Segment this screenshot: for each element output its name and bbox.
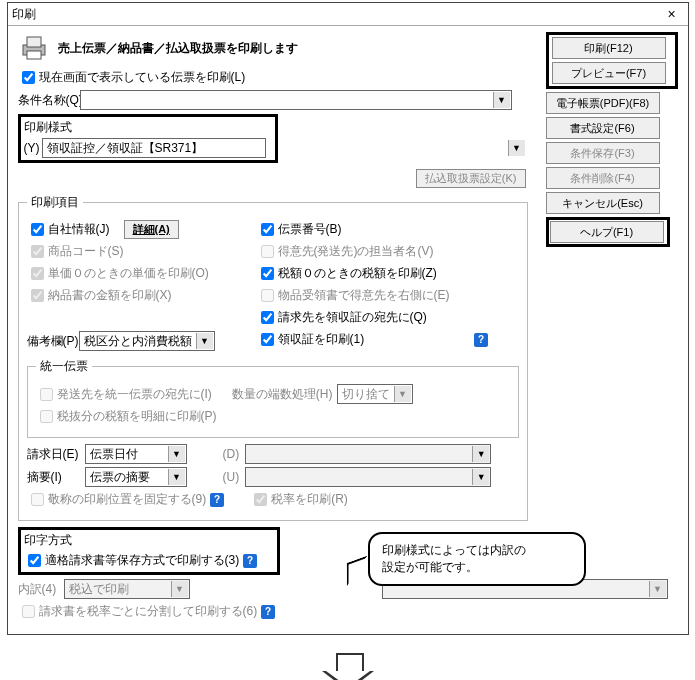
bill-date-label: 請求日(E) xyxy=(27,446,85,463)
d-label: (D) xyxy=(223,447,240,461)
u-label: (U) xyxy=(223,470,240,484)
epdf-button[interactable]: 電子帳票(PDF)(F8) xyxy=(546,92,660,114)
print-items-group: 印刷項目 自社情報(J) 詳細(A) 商品コード(S) xyxy=(18,194,528,521)
annotation-line2: 設定が可能です。 xyxy=(382,559,572,576)
chevron-down-icon: ▼ xyxy=(171,581,188,597)
touitsu-legend: 統一伝票 xyxy=(36,358,92,375)
print-button[interactable]: 印刷(F12) xyxy=(552,37,666,59)
uchiwake-combo: 税込で印刷 ▼ xyxy=(64,579,190,599)
tax0-checkbox[interactable] xyxy=(261,267,274,280)
chevron-down-icon: ▼ xyxy=(394,386,411,402)
chevron-down-icon: ▼ xyxy=(472,469,489,485)
tekikaku-label: 適格請求書等保存方式で印刷する(3) xyxy=(45,552,240,569)
del-cond-button: 条件削除(F4) xyxy=(546,167,660,189)
keisho-fix-label: 敬称の印刷位置を固定する(9) xyxy=(48,491,207,508)
tekikaku-checkbox[interactable] xyxy=(28,554,41,567)
slip-no-checkbox[interactable] xyxy=(261,223,274,236)
memo-combo[interactable]: 税区分と内消費税額 ▼ xyxy=(79,331,215,351)
qty-round-combo: 切り捨て ▼ xyxy=(337,384,413,404)
tekiyo-combo[interactable]: 伝票の摘要 ▼ xyxy=(85,467,187,487)
print-receipt-label: 領収証を印刷(1) xyxy=(278,331,365,348)
memo-value: 税区分と内消費税額 xyxy=(84,333,192,350)
tax-rate-print-checkbox xyxy=(254,493,267,506)
inji-legend: 印字方式 xyxy=(24,532,274,549)
save-cond-button: 条件保存(F3) xyxy=(546,142,660,164)
down-arrow-icon xyxy=(318,653,378,680)
print-receipt-checkbox[interactable] xyxy=(261,333,274,346)
touitsu-group: 統一伝票 発送先を統一伝票の宛先に(I) 数量の端数処理(H) 切り捨て ▼ 税… xyxy=(27,358,519,438)
split-by-rate-checkbox xyxy=(22,605,35,618)
furikomi-settings-button: 払込取扱票設定(K) xyxy=(416,169,526,188)
ship-as-addr-checkbox xyxy=(40,388,53,401)
chevron-down-icon[interactable]: ▼ xyxy=(168,446,185,462)
qty-round-value: 切り捨て xyxy=(342,386,390,403)
help-icon[interactable]: ? xyxy=(210,493,224,507)
format-button[interactable]: 書式設定(F6) xyxy=(546,117,660,139)
nouhin-amount-checkbox xyxy=(31,289,44,302)
chevron-down-icon[interactable]: ▼ xyxy=(168,469,185,485)
printer-icon xyxy=(18,34,50,62)
memo-label: 備考欄(P) xyxy=(27,333,79,350)
chevron-down-icon: ▼ xyxy=(472,446,489,462)
chevron-down-icon[interactable]: ▼ xyxy=(508,140,525,156)
ship-contact-label: 得意先(発送先)の担当者名(V) xyxy=(278,243,434,260)
ukesho-right-checkbox xyxy=(261,289,274,302)
preview-button[interactable]: プレビュー(F7) xyxy=(552,62,666,84)
svg-rect-2 xyxy=(27,51,41,59)
ship-as-addr-label: 発送先を統一伝票の宛先に(I) xyxy=(57,386,212,403)
cond-name-label: 条件名称(Q) xyxy=(18,92,80,109)
tax-rate-print-label: 税率を印刷(R) xyxy=(271,491,348,508)
svg-rect-1 xyxy=(27,37,41,47)
style-legend: 印刷様式 xyxy=(24,119,272,136)
tax0-label: 税額０のときの税額を印刷(Z) xyxy=(278,265,437,282)
help-icon[interactable]: ? xyxy=(243,554,257,568)
billto-receipt-label: 請求先を領収証の宛先に(Q) xyxy=(278,309,427,326)
product-code-checkbox xyxy=(31,245,44,258)
close-icon[interactable]: × xyxy=(660,5,684,23)
cond-name-combo[interactable]: ▼ xyxy=(80,90,512,110)
help-button[interactable]: ヘルプ(F1) xyxy=(550,221,664,243)
current-screen-label: 現在画面で表示している伝票を印刷(L) xyxy=(39,69,246,86)
tekiyo-label: 摘要(I) xyxy=(27,469,85,486)
d-combo: ▼ xyxy=(245,444,491,464)
keisho-fix-checkbox xyxy=(31,493,44,506)
annotation-callout: 印刷様式によっては内訳の 設定が可能です。 xyxy=(368,532,586,586)
ukesho-right-label: 物品受領書で得意先を右側に(E) xyxy=(278,287,450,304)
unit0-checkbox xyxy=(31,267,44,280)
uchiwake-value: 税込で印刷 xyxy=(69,581,129,598)
product-code-label: 商品コード(S) xyxy=(48,243,124,260)
print-items-legend: 印刷項目 xyxy=(27,194,83,211)
u-combo: ▼ xyxy=(245,467,491,487)
chevron-down-icon[interactable]: ▼ xyxy=(196,333,213,349)
cancel-button[interactable]: キャンセル(Esc) xyxy=(546,192,660,214)
detail-button[interactable]: 詳細(A) xyxy=(124,220,179,239)
style-combo[interactable]: 領収証控／領収証【SR371】 ▼ xyxy=(42,138,266,158)
unit0-label: 単価０のときの単価を印刷(O) xyxy=(48,265,209,282)
style-prefix: (Y) xyxy=(24,141,40,155)
chevron-down-icon: ▼ xyxy=(649,581,666,597)
nouhin-amount-label: 納品書の金額を印刷(X) xyxy=(48,287,172,304)
qty-round-label: 数量の端数処理(H) xyxy=(232,386,333,403)
zeinuki-detail-checkbox xyxy=(40,410,53,423)
help-icon[interactable]: ? xyxy=(474,333,488,347)
slip-no-label: 伝票番号(B) xyxy=(278,221,342,238)
tekiyo-value: 伝票の摘要 xyxy=(90,469,150,486)
bill-date-value: 伝票日付 xyxy=(90,446,138,463)
split-by-rate-label: 請求書を税率ごとに分割して印刷する(6) xyxy=(39,603,258,620)
header-description: 売上伝票／納品書／払込取扱票を印刷します xyxy=(58,40,298,57)
annotation-line1: 印刷様式によっては内訳の xyxy=(382,542,572,559)
style-value: 領収証控／領収証【SR371】 xyxy=(47,140,204,157)
help-icon[interactable]: ? xyxy=(261,605,275,619)
chevron-down-icon[interactable]: ▼ xyxy=(493,92,510,108)
own-info-label: 自社情報(J) xyxy=(48,221,110,238)
billto-receipt-checkbox[interactable] xyxy=(261,311,274,324)
bill-date-combo[interactable]: 伝票日付 ▼ xyxy=(85,444,187,464)
zeinuki-detail-label: 税抜分の税額を明細に印刷(P) xyxy=(57,408,217,425)
uchiwake-label: 内訳(4) xyxy=(18,581,64,598)
current-screen-checkbox[interactable] xyxy=(22,71,35,84)
ship-contact-checkbox xyxy=(261,245,274,258)
own-info-checkbox[interactable] xyxy=(31,223,44,236)
window-title: 印刷 xyxy=(12,6,36,23)
